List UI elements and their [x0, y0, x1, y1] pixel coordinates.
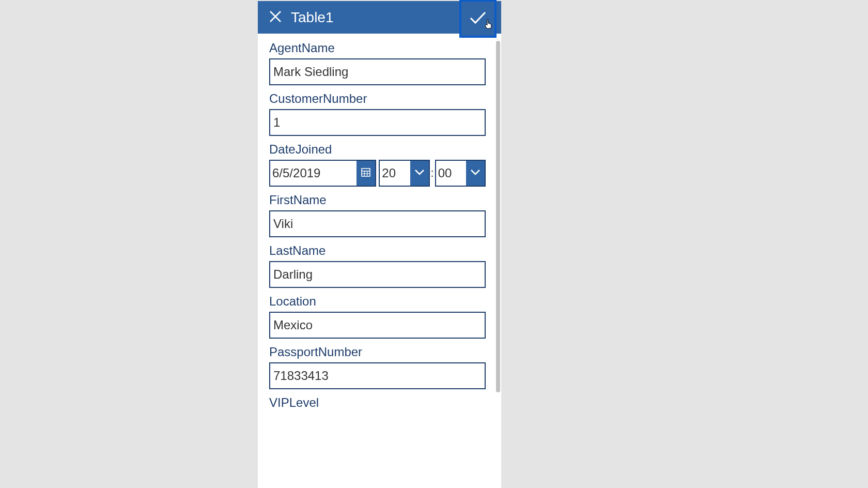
datejoined-row: 6/5/2019 20 — [269, 160, 486, 187]
scrollbar[interactable] — [494, 35, 501, 488]
chevron-down-icon — [414, 169, 425, 178]
time-separator: : — [431, 166, 434, 180]
close-icon — [269, 10, 282, 25]
hour-dropdown-arrow[interactable] — [410, 161, 429, 186]
location-input[interactable] — [269, 312, 486, 339]
minute-value: 00 — [436, 161, 466, 186]
form-panel: Table1 AgentName CustomerNumber DateJoin… — [258, 1, 501, 488]
form-body: AgentName CustomerNumber DateJoined 6/5/… — [258, 34, 501, 488]
minute-dropdown[interactable]: 00 — [435, 160, 486, 187]
hour-value: 20 — [380, 161, 410, 186]
viplevel-label: VIPLevel — [269, 395, 492, 410]
lastname-input[interactable] — [269, 261, 486, 288]
date-picker-button[interactable] — [357, 161, 375, 186]
passportnumber-input[interactable] — [269, 362, 486, 389]
customernumber-input[interactable] — [269, 109, 486, 136]
agentname-label: AgentName — [269, 41, 492, 55]
agentname-input[interactable] — [269, 58, 486, 85]
form-header: Table1 — [258, 1, 501, 34]
svg-rect-2 — [362, 169, 370, 176]
hour-dropdown[interactable]: 20 — [379, 160, 429, 187]
date-picker[interactable]: 6/5/2019 — [269, 160, 376, 187]
lastname-label: LastName — [269, 243, 492, 258]
date-value: 6/5/2019 — [270, 161, 357, 186]
passportnumber-label: PassportNumber — [269, 345, 492, 359]
calendar-icon — [361, 167, 371, 179]
location-label: Location — [269, 294, 492, 309]
minute-dropdown-arrow[interactable] — [466, 161, 485, 186]
customernumber-label: CustomerNumber — [269, 91, 492, 106]
datejoined-label: DateJoined — [269, 142, 492, 157]
chevron-down-icon — [470, 169, 481, 178]
checkmark-icon — [469, 10, 487, 27]
form-title: Table1 — [291, 9, 334, 26]
scrollbar-thumb[interactable] — [496, 41, 500, 392]
confirm-button[interactable] — [459, 0, 497, 38]
close-button[interactable] — [267, 9, 284, 26]
firstname-label: FirstName — [269, 193, 492, 207]
firstname-input[interactable] — [269, 210, 486, 237]
